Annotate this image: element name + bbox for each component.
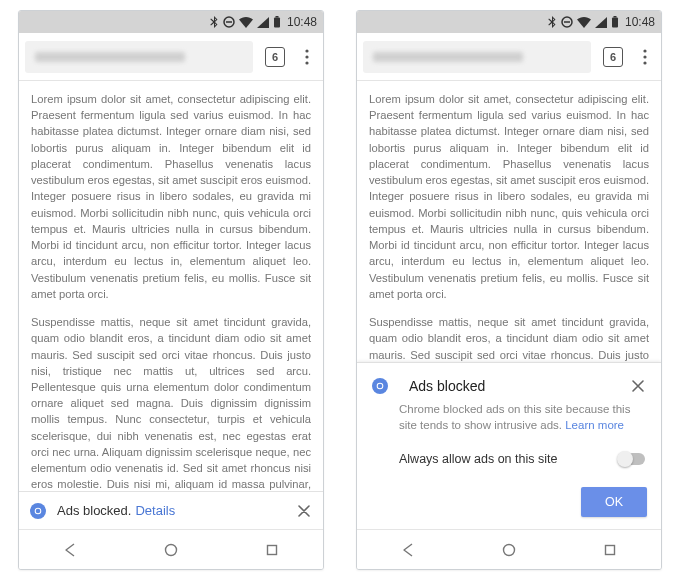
ads-blocked-infobar: Ads blocked. Details — [19, 491, 323, 529]
paragraph: Lorem ipsum dolor sit amet, consectetur … — [369, 91, 649, 302]
url-text-blurred — [373, 52, 523, 62]
svg-rect-3 — [275, 16, 278, 18]
overflow-menu-icon[interactable] — [297, 45, 317, 69]
panel-description: Chrome blocked ads on this site because … — [399, 401, 647, 433]
infobar-close-button[interactable] — [295, 502, 313, 520]
url-text-blurred — [35, 52, 185, 62]
allow-ads-toggle-row: Always allow ads on this site — [399, 451, 647, 467]
signal-icon — [595, 17, 607, 28]
infobar-title: Ads blocked. — [57, 503, 131, 518]
url-field[interactable] — [25, 41, 253, 73]
svg-point-6 — [305, 61, 308, 64]
ok-button[interactable]: OK — [581, 487, 647, 517]
toggle-label: Always allow ads on this site — [399, 452, 557, 466]
svg-point-16 — [643, 49, 646, 52]
status-bar: 10:48 — [357, 11, 661, 33]
svg-point-17 — [643, 55, 646, 58]
battery-icon — [273, 16, 281, 28]
bluetooth-icon — [547, 16, 557, 28]
chrome-icon — [29, 502, 47, 520]
ads-blocked-panel: Ads blocked Chrome blocked ads on this s… — [357, 362, 661, 529]
panel-title: Ads blocked — [409, 378, 485, 394]
infobar-details-link[interactable]: Details — [135, 503, 175, 518]
system-nav-bar — [357, 529, 661, 569]
phone-left: 10:48 6 Lorem ipsum dolor sit amet, cons… — [18, 10, 324, 570]
url-field[interactable] — [363, 41, 591, 73]
svg-point-4 — [305, 49, 308, 52]
nav-back-button[interactable] — [62, 542, 78, 558]
signal-icon — [257, 17, 269, 28]
url-bar: 6 — [357, 33, 661, 81]
paragraph: Lorem ipsum dolor sit amet, consectetur … — [31, 91, 311, 302]
nav-home-button[interactable] — [501, 542, 517, 558]
status-bar: 10:48 — [19, 11, 323, 33]
overflow-menu-icon[interactable] — [635, 45, 655, 69]
svg-point-9 — [36, 508, 41, 513]
nav-recents-button[interactable] — [602, 542, 618, 558]
svg-point-5 — [305, 55, 308, 58]
svg-point-21 — [378, 384, 383, 389]
nav-recents-button[interactable] — [264, 542, 280, 558]
tab-switcher[interactable]: 6 — [265, 47, 285, 67]
clock-text: 10:48 — [625, 15, 655, 29]
battery-icon — [611, 16, 619, 28]
svg-rect-11 — [268, 545, 277, 554]
clock-text: 10:48 — [287, 15, 317, 29]
tab-switcher[interactable]: 6 — [603, 47, 623, 67]
svg-rect-14 — [612, 18, 618, 28]
svg-rect-15 — [613, 16, 616, 18]
panel-close-button[interactable] — [629, 377, 647, 395]
nav-back-button[interactable] — [400, 542, 416, 558]
dnd-icon — [561, 16, 573, 28]
bluetooth-icon — [209, 16, 219, 28]
phone-right: 10:48 6 Lorem ipsum dolor sit amet, cons… — [356, 10, 662, 570]
chrome-icon — [371, 377, 389, 395]
nav-home-button[interactable] — [163, 542, 179, 558]
svg-point-22 — [503, 544, 514, 555]
svg-point-10 — [165, 544, 176, 555]
wifi-icon — [577, 17, 591, 28]
system-nav-bar — [19, 529, 323, 569]
svg-rect-2 — [274, 18, 280, 28]
dnd-icon — [223, 16, 235, 28]
learn-more-link[interactable]: Learn more — [565, 419, 624, 431]
svg-point-18 — [643, 61, 646, 64]
url-bar: 6 — [19, 33, 323, 81]
svg-rect-23 — [606, 545, 615, 554]
allow-ads-toggle[interactable] — [617, 451, 647, 467]
wifi-icon — [239, 17, 253, 28]
